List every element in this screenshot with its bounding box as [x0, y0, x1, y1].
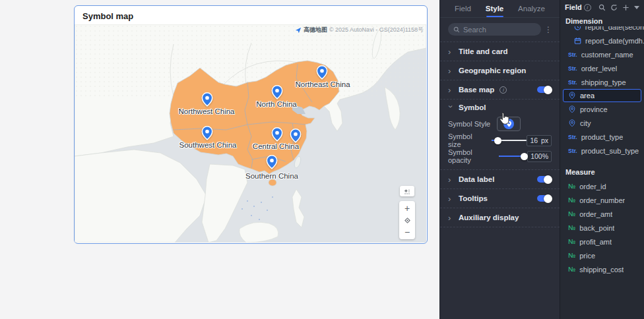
more-options-icon[interactable]: [544, 25, 553, 34]
field-item-order-amt[interactable]: № order_amt: [560, 207, 644, 221]
symbol-opacity-slider[interactable]: [499, 156, 527, 157]
marker-label: North China: [256, 100, 296, 108]
field-item-price[interactable]: № price: [560, 248, 644, 262]
chevron-right-icon: [448, 86, 453, 94]
field-label: order_number: [579, 196, 625, 204]
field-item-profit-amt[interactable]: № profit_amt: [560, 235, 644, 248]
marker-label: Southern China: [245, 172, 298, 180]
symbol-opacity-row: Symbol opacity 100%: [440, 148, 560, 164]
field-item-shipping-type[interactable]: Str. shipping_type: [560, 75, 644, 89]
section-label: Tooltips: [459, 194, 488, 202]
field-item-order-number[interactable]: № order_number: [560, 193, 644, 207]
field-label: order_amt: [579, 210, 612, 218]
plus-icon[interactable]: [622, 4, 629, 11]
symbol-size-value: 16: [530, 136, 538, 144]
field-label: shipping_cost: [579, 266, 624, 274]
map-zoom-controls: + −: [399, 201, 415, 239]
field-label: area: [580, 92, 595, 100]
slider-knob[interactable]: [494, 137, 501, 144]
section-label: Data label: [459, 175, 494, 183]
symbol-opacity-value-box[interactable]: 100%: [527, 151, 552, 162]
field-item-report-date-ymdh[interactable]: report_date(ymdh...: [560, 34, 644, 47]
section-tooltips[interactable]: Tooltips: [440, 189, 560, 208]
style-search[interactable]: [448, 23, 541, 36]
zoom-out-button[interactable]: −: [399, 227, 415, 237]
amap-logo-icon: [295, 27, 302, 34]
search-icon[interactable]: [598, 4, 606, 11]
style-search-input[interactable]: [463, 26, 536, 34]
map-attribution: 高德地图 © 2025 AutoNavi - GS(2024)1158号: [295, 26, 424, 34]
data-label-toggle[interactable]: [537, 176, 552, 183]
field-label: city: [580, 119, 591, 127]
tab-analyze[interactable]: Analyze: [518, 0, 545, 17]
field-panel-title: Field: [565, 3, 582, 11]
marker-label: Northwest China: [178, 107, 234, 115]
section-label: Geographic region: [459, 67, 526, 74]
field-label: report_date(second): [585, 26, 644, 31]
field-label: product_type: [581, 133, 624, 141]
measure-header: Measure: [565, 168, 639, 176]
slider-knob[interactable]: [521, 153, 528, 160]
section-symbol: Symbol Symbol Style Symbol size 16 px Sy…: [440, 100, 560, 170]
symbol-style-label: Symbol Style: [448, 120, 490, 128]
field-item-customer-name[interactable]: Str. customer_name: [560, 47, 644, 61]
section-title-and-card[interactable]: Title and card: [440, 42, 560, 61]
field-label: product_sub_type: [581, 147, 639, 155]
marker-southern-china[interactable]: [265, 154, 278, 172]
info-icon: i: [499, 86, 507, 94]
panel-tabs: Field Style Analyze: [440, 0, 560, 18]
symbol-size-row: Symbol size 16 px: [440, 132, 560, 148]
zoom-in-button[interactable]: +: [399, 203, 415, 214]
dimension-list: report_date(second) report_date(ymdh... …: [560, 26, 644, 158]
locate-button[interactable]: [399, 215, 415, 225]
dashboard-canvas: Symbol map: [0, 0, 439, 319]
symbol-size-value-box[interactable]: 16 px: [527, 135, 552, 146]
number-icon: №: [568, 196, 575, 204]
style-search-row: [440, 18, 560, 42]
map-container[interactable]: 高德地图 © 2025 AutoNavi - GS(2024)1158号 Nor…: [75, 24, 426, 243]
refresh-icon[interactable]: [610, 4, 618, 11]
symbol-style-button[interactable]: [497, 117, 521, 131]
style-panel: Field Style Analyze Title and card Geogr…: [439, 0, 560, 319]
field-label: province: [580, 105, 608, 113]
field-item-product-sub-type[interactable]: Str. product_sub_type: [560, 144, 644, 158]
chevron-down-icon[interactable]: [634, 6, 639, 9]
symbol-section-header[interactable]: Symbol: [440, 100, 560, 115]
string-icon: Str.: [568, 51, 577, 58]
marker-east-china[interactable]: [289, 128, 302, 146]
field-item-province[interactable]: province: [560, 102, 644, 116]
measure-list: № order_id № order_number № order_amt № …: [560, 179, 644, 276]
field-item-city[interactable]: city: [560, 116, 644, 130]
base-map-toggle[interactable]: [537, 86, 552, 93]
map-scale-button[interactable]: [400, 186, 414, 196]
symbol-opacity-label: Symbol opacity: [448, 148, 494, 164]
field-panel-actions: [598, 4, 639, 11]
section-data-label[interactable]: Data label: [440, 170, 560, 189]
number-icon: №: [568, 183, 575, 190]
string-icon: Str.: [568, 134, 577, 140]
section-base-map[interactable]: Base map i: [440, 80, 560, 100]
pin-style-icon: [503, 119, 514, 129]
section-geographic-region[interactable]: Geographic region: [440, 61, 560, 80]
symbol-map-card[interactable]: Symbol map: [74, 5, 428, 244]
field-item-product-type[interactable]: Str. product_type: [560, 130, 644, 144]
field-label: back_point: [579, 224, 614, 232]
symbol-size-slider[interactable]: [492, 140, 527, 141]
field-item-order-id[interactable]: № order_id: [560, 179, 644, 193]
field-label: profit_amt: [579, 238, 612, 246]
map-copyright: © 2025 AutoNavi - GS(2024)1158号: [329, 26, 424, 34]
section-auxiliary-display[interactable]: Auxiliary display: [440, 208, 560, 227]
field-item-order-level[interactable]: Str. order_level: [560, 61, 644, 75]
symbol-style-row: Symbol Style: [440, 115, 560, 132]
tooltips-toggle[interactable]: [537, 195, 552, 202]
location-icon: [568, 105, 576, 113]
tab-field[interactable]: Field: [455, 0, 471, 17]
tab-style[interactable]: Style: [486, 0, 504, 17]
field-item-area[interactable]: area: [563, 89, 641, 102]
number-icon: №: [568, 210, 575, 218]
field-item-back-point[interactable]: № back_point: [560, 221, 644, 235]
field-item-shipping-cost[interactable]: № shipping_cost: [560, 262, 644, 276]
field-item-report-date-second[interactable]: report_date(second): [560, 26, 644, 34]
marker-label: Northeast China: [295, 80, 350, 88]
scale-icon: [403, 188, 411, 195]
